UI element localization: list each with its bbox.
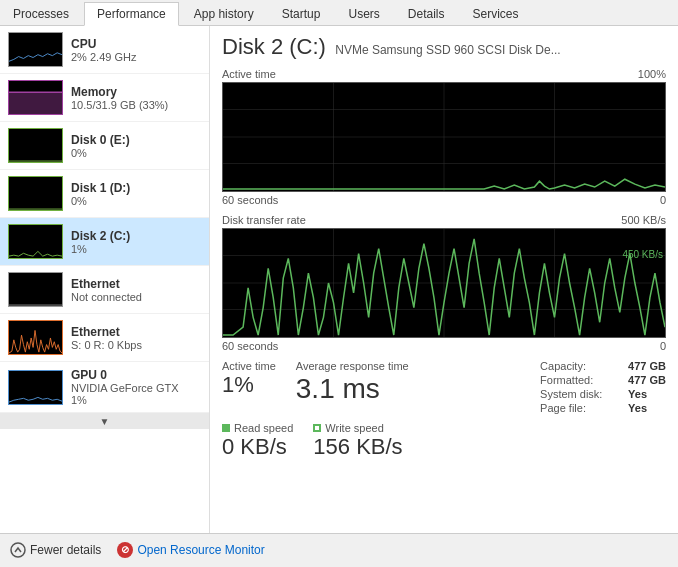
memory-mini-graph [8, 80, 63, 115]
disk2-mini-graph [8, 224, 63, 259]
read-speed-label: Read speed [234, 422, 293, 434]
chart1-value: 0 [660, 194, 666, 206]
read-speed-dot [222, 424, 230, 432]
disk-title: Disk 2 (C:) [222, 34, 326, 59]
capacity-label: Capacity: [540, 360, 620, 372]
footer: Fewer details ⊘ Open Resource Monitor [0, 533, 678, 565]
capacity-value: 477 GB [628, 360, 666, 372]
transfer-rate-chart: 450 KB/s [222, 228, 666, 338]
chevron-up-icon [10, 542, 26, 558]
gpu0-label: GPU 0 [71, 368, 201, 382]
response-time-label: Average response time [296, 360, 409, 372]
response-time-stat: Average response time 3.1 ms [296, 360, 409, 406]
disk1-mini-graph [8, 176, 63, 211]
eth1-value: Not connected [71, 291, 201, 303]
response-time-value: 3.1 ms [296, 372, 409, 406]
disk0-label: Disk 0 (E:) [71, 133, 201, 147]
gpu0-value: NVIDIA GeForce GTX1% [71, 382, 201, 406]
sidebar-item-eth2[interactable]: Ethernet S: 0 R: 0 Kbps [0, 314, 209, 362]
active-time-value: 1% [222, 372, 276, 398]
formatted-label: Formatted: [540, 374, 620, 386]
cpu-label: CPU [71, 37, 201, 51]
fewer-details-button[interactable]: Fewer details [10, 542, 101, 558]
tab-performance[interactable]: Performance [84, 2, 179, 26]
sidebar-item-disk2[interactable]: Disk 2 (C:) 1% [0, 218, 209, 266]
chart1-label-right: 100% [638, 68, 666, 80]
right-panel: Disk 2 (C:) NVMe Samsung SSD 960 SCSI Di… [210, 26, 678, 533]
disk2-value: 1% [71, 243, 201, 255]
chart1-label-left: Active time [222, 68, 276, 80]
tab-startup[interactable]: Startup [269, 2, 334, 25]
sidebar: CPU 2% 2.49 GHz Memory 10.5/31.9 GB (33%… [0, 26, 210, 533]
memory-value: 10.5/31.9 GB (33%) [71, 99, 201, 111]
page-file-label: Page file: [540, 402, 620, 414]
chart2-value: 0 [660, 340, 666, 352]
active-time-chart [222, 82, 666, 192]
sidebar-item-disk0[interactable]: Disk 0 (E:) 0% [0, 122, 209, 170]
write-speed-item: Write speed 156 KB/s [313, 422, 402, 460]
monitor-label: Open Resource Monitor [137, 543, 264, 557]
sidebar-item-disk1[interactable]: Disk 1 (D:) 0% [0, 170, 209, 218]
sidebar-scroll-down[interactable]: ▼ [0, 413, 209, 429]
disk0-mini-graph [8, 128, 63, 163]
tab-app-history[interactable]: App history [181, 2, 267, 25]
memory-label: Memory [71, 85, 201, 99]
eth2-value: S: 0 R: 0 Kbps [71, 339, 201, 351]
page-file-value: Yes [628, 402, 647, 414]
chart2-alt-right: 450 KB/s [622, 249, 663, 260]
active-time-stat: Active time 1% [222, 360, 276, 398]
gpu0-mini-graph [8, 370, 63, 405]
tab-processes[interactable]: Processes [0, 2, 82, 25]
eth2-mini-graph [8, 320, 63, 355]
eth2-label: Ethernet [71, 325, 201, 339]
write-speed-dot [313, 424, 321, 432]
formatted-value: 477 GB [628, 374, 666, 386]
disk-title-row: Disk 2 (C:) NVMe Samsung SSD 960 SCSI Di… [222, 34, 666, 60]
chart2-label-right: 500 KB/s [621, 214, 666, 226]
eth1-label: Ethernet [71, 277, 201, 291]
write-speed-value: 156 KB/s [313, 434, 402, 460]
stats-row: Active time 1% Average response time 3.1… [222, 360, 666, 414]
chart2-label-left: Disk transfer rate [222, 214, 306, 226]
disk0-value: 0% [71, 147, 201, 159]
write-speed-label: Write speed [325, 422, 384, 434]
tab-services[interactable]: Services [460, 2, 532, 25]
tab-details[interactable]: Details [395, 2, 458, 25]
fewer-details-label: Fewer details [30, 543, 101, 557]
speed-section: Read speed 0 KB/s Write speed 156 KB/s [222, 422, 666, 460]
tab-bar: Processes Performance App history Startu… [0, 0, 678, 26]
monitor-icon: ⊘ [117, 542, 133, 558]
sidebar-item-eth1[interactable]: Ethernet Not connected [0, 266, 209, 314]
disk1-label: Disk 1 (D:) [71, 181, 201, 195]
active-time-section: Active time 100% 60 seconds [222, 68, 666, 206]
read-speed-item: Read speed 0 KB/s [222, 422, 293, 460]
sidebar-item-memory[interactable]: Memory 10.5/31.9 GB (33%) [0, 74, 209, 122]
system-disk-value: Yes [628, 388, 647, 400]
disk2-label: Disk 2 (C:) [71, 229, 201, 243]
active-time-label: Active time [222, 360, 276, 372]
eth1-mini-graph [8, 272, 63, 307]
tab-users[interactable]: Users [335, 2, 392, 25]
system-disk-label: System disk: [540, 388, 620, 400]
cpu-value: 2% 2.49 GHz [71, 51, 201, 63]
svg-point-13 [11, 543, 25, 557]
main-content: CPU 2% 2.49 GHz Memory 10.5/31.9 GB (33%… [0, 26, 678, 533]
disk-subtitle: NVMe Samsung SSD 960 SCSI Disk De... [335, 43, 560, 57]
cpu-mini-graph [8, 32, 63, 67]
disk1-value: 0% [71, 195, 201, 207]
svg-rect-0 [9, 92, 62, 114]
chart2-time: 60 seconds [222, 340, 278, 352]
chart1-time: 60 seconds [222, 194, 278, 206]
right-stats: Capacity: 477 GB Formatted: 477 GB Syste… [540, 360, 666, 414]
sidebar-item-gpu0[interactable]: GPU 0 NVIDIA GeForce GTX1% [0, 362, 209, 413]
transfer-rate-section: Disk transfer rate 500 KB/s 450 K [222, 214, 666, 352]
read-speed-value: 0 KB/s [222, 434, 293, 460]
open-resource-monitor-button[interactable]: ⊘ Open Resource Monitor [117, 542, 264, 558]
sidebar-item-cpu[interactable]: CPU 2% 2.49 GHz [0, 26, 209, 74]
